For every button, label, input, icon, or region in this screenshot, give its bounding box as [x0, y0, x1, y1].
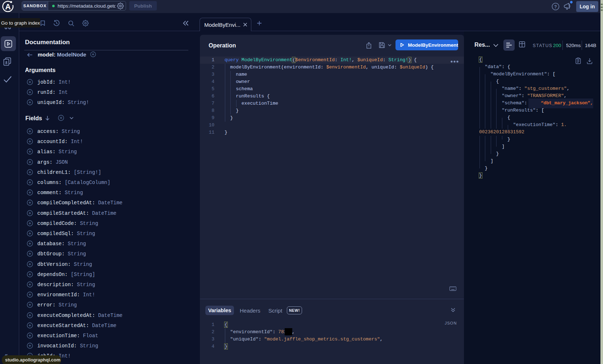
svg-text:?: ? [554, 4, 557, 9]
svg-text:A: A [5, 3, 11, 11]
